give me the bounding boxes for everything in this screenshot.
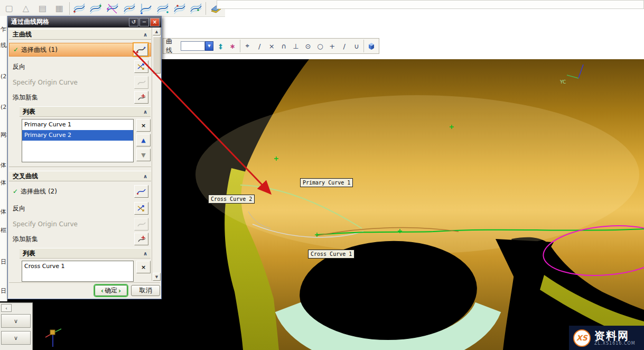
collapse-arrow-icon[interactable]: ‹: [1, 304, 12, 312]
footer-divider: [9, 282, 160, 283]
edit-sketch-icon[interactable]: ▤: [35, 2, 50, 15]
primary-reverse-label: 反向: [13, 62, 25, 71]
cross-add-new-set-row: 添加新集: [9, 232, 151, 246]
triangle-tool-icon[interactable]: △: [19, 2, 33, 15]
watermark-site: ZL.XS1616.COM: [594, 342, 636, 346]
reverse-direction-icon: [137, 62, 146, 71]
select-curve-button[interactable]: [134, 43, 148, 56]
selection-filter-combo[interactable]: ▼: [181, 41, 213, 51]
chevron-up-icon[interactable]: ∧: [143, 173, 147, 179]
swept-surface-icon[interactable]: [122, 2, 136, 15]
viewport-tag-cross-curve-1: Cross Curve 1: [308, 250, 354, 259]
primary-section-header[interactable]: 主曲线 ∧: [9, 29, 151, 40]
point-on-face-snap-icon[interactable]: /: [339, 41, 349, 52]
add-new-set-button[interactable]: [134, 233, 148, 245]
section-surface-icon[interactable]: [139, 2, 153, 15]
sidebar-item-clipped[interactable]: 线/: [1, 41, 7, 49]
cross-list-header[interactable]: 列表 ∧: [20, 248, 151, 259]
cross-section-header[interactable]: 交叉曲线 ∧: [9, 171, 151, 181]
chevron-up-icon[interactable]: ∧: [143, 32, 147, 38]
existing-point-snap-icon[interactable]: ○: [315, 41, 325, 52]
cross-select-curve-row[interactable]: ✓ 选择曲线 (2): [9, 185, 151, 198]
cancel-button[interactable]: 取消: [131, 285, 160, 296]
list-item-empty: [22, 272, 133, 282]
sidebar-item-clipped[interactable]: 框: [1, 226, 6, 234]
select-curve-button[interactable]: [134, 185, 148, 198]
nx-application-window: { "toolbar": { "group1": [ {"name": "win…: [0, 0, 644, 350]
endpoint-snap-icon[interactable]: /: [255, 41, 265, 52]
circle-center-snap-icon[interactable]: ⊙: [303, 41, 313, 52]
shaded-view-icon[interactable]: [366, 41, 376, 52]
sidebar-item-clipped[interactable]: 体: [1, 208, 6, 216]
scroll-down-button[interactable]: ▼: [153, 273, 161, 281]
reverse-direction-button[interactable]: [134, 60, 148, 73]
sidebar-item-clipped[interactable]: 日: [1, 258, 6, 266]
dialog-close-button[interactable]: ×: [150, 18, 160, 26]
cross-curve-list[interactable]: Cross Curve 1: [22, 261, 134, 282]
add-new-set-button[interactable]: [134, 91, 148, 104]
dialog-reset-button[interactable]: ↺: [129, 18, 138, 26]
sidebar-item-clipped[interactable]: 网格: [1, 131, 7, 139]
chevron-up-icon[interactable]: ∧: [143, 251, 147, 256]
move-item-down-button[interactable]: ▼: [136, 149, 151, 161]
cross-list-title: 列表: [23, 249, 35, 258]
remove-item-button[interactable]: ×: [136, 261, 151, 273]
snap-settings-icon[interactable]: ∗: [228, 41, 238, 52]
grid-snap-icon[interactable]: ‡: [216, 41, 226, 52]
origin-curve-icon: [137, 78, 146, 87]
viewport-tag-cross-curve-2: Cross Curve 2: [208, 195, 255, 204]
sidebar-item-clipped[interactable]: 日: [1, 287, 6, 295]
list-item[interactable]: Cross Curve 1: [22, 261, 133, 272]
remove-item-button[interactable]: ×: [136, 119, 151, 132]
move-item-up-button[interactable]: ▲: [136, 134, 151, 146]
watermark-brand: 资料网: [594, 330, 636, 342]
chevron-up-icon[interactable]: ∧: [143, 109, 147, 115]
bridge-surface-icon[interactable]: [156, 2, 170, 15]
dialog-titlebar[interactable]: 通过曲线网格 ↺ ─ ×: [8, 16, 161, 27]
empty-toolbar-dock: [217, 0, 644, 9]
origin-curve-button: [134, 76, 148, 89]
list-item[interactable]: Primary Curve 1: [22, 119, 133, 130]
sidebar-item-clipped[interactable]: (2: [1, 104, 6, 110]
sidebar-item-clipped[interactable]: 体: [1, 179, 6, 187]
point-on-curve-snap-icon[interactable]: +: [327, 41, 337, 52]
scrollbar-thumb[interactable]: [153, 36, 161, 73]
point-constructor-icon[interactable]: ⌖: [242, 41, 253, 52]
quadrant-snap-icon[interactable]: ∪: [351, 41, 361, 52]
primary-list-header[interactable]: 列表 ∧: [20, 106, 151, 117]
selection-filter-value[interactable]: [181, 41, 205, 51]
selection-filter-label: 曲线: [166, 37, 179, 55]
primary-origin-curve-row: Specify Origin Curve: [9, 76, 151, 89]
add-new-set-icon: [137, 93, 146, 102]
reverse-direction-button[interactable]: [134, 202, 148, 215]
n-sided-surface-icon[interactable]: [172, 2, 186, 15]
through-curve-mesh-icon[interactable]: [106, 2, 120, 15]
panel-dropdown-button[interactable]: ∨: [1, 331, 31, 345]
dialog-minimize-button[interactable]: ─: [139, 18, 149, 26]
through-curves-icon[interactable]: [89, 2, 103, 15]
panel-dropdown-button[interactable]: ∨: [1, 314, 31, 328]
law-extension-icon[interactable]: [189, 2, 203, 15]
ok-button[interactable]: 确定: [95, 285, 127, 296]
dropdown-arrow-icon[interactable]: ▼: [205, 41, 213, 51]
midpoint-snap-icon[interactable]: ⊥: [291, 41, 301, 52]
sidebar-item-clipped[interactable]: 体: [1, 161, 6, 169]
layer-stack-icon[interactable]: ▦: [52, 2, 67, 15]
primary-reverse-row: 反向: [9, 60, 151, 73]
cross-reverse-row: 反向: [9, 201, 151, 215]
viewport-tag-primary-curve-1: Primary Curve 1: [300, 178, 353, 187]
window-icon[interactable]: ▢: [2, 2, 16, 15]
primary-add-new-set-label: 添加新集: [13, 93, 38, 102]
ruled-surface-icon[interactable]: [72, 2, 86, 15]
sidebar-item-clipped[interactable]: (2: [1, 73, 6, 80]
curve-select-icon: [136, 187, 146, 196]
curve-select-icon: [136, 45, 146, 54]
sidebar-item-clipped[interactable]: 乍部: [1, 25, 7, 33]
dialog-scrollbar[interactable]: ▲ ▼: [152, 27, 161, 281]
intersection-snap-icon[interactable]: ×: [267, 41, 277, 52]
primary-curve-list[interactable]: Primary Curve 1 Primary Curve 2: [22, 119, 134, 162]
primary-select-curve-row[interactable]: ✓ 选择曲线 (1): [9, 43, 151, 57]
arc-center-snap-icon[interactable]: ∩: [279, 41, 289, 52]
list-item-selected[interactable]: Primary Curve 2: [22, 130, 133, 141]
scroll-up-button[interactable]: ▲: [153, 27, 161, 35]
